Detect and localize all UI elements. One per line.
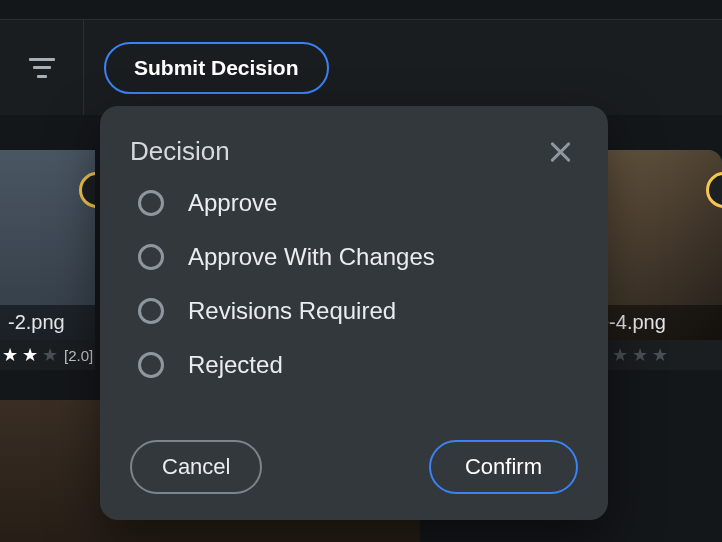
radio-icon — [138, 190, 164, 216]
submit-decision-button[interactable]: Submit Decision — [104, 42, 329, 94]
confirm-button[interactable]: Confirm — [429, 440, 578, 494]
star-icon: ★ — [632, 344, 648, 366]
star-icon: ★ — [652, 344, 668, 366]
rating-score: [2.0] — [64, 347, 93, 364]
option-revisions-required[interactable]: Revisions Required — [138, 297, 578, 325]
decision-modal: Decision Approve Approve With Changes Re… — [100, 106, 608, 520]
star-icon: ★ — [22, 344, 38, 366]
decision-options: Approve Approve With Changes Revisions R… — [138, 189, 578, 379]
top-strip — [0, 0, 722, 20]
modal-header: Decision — [130, 136, 578, 167]
close-icon[interactable] — [546, 138, 574, 166]
option-label: Approve With Changes — [188, 243, 435, 271]
option-label: Revisions Required — [188, 297, 396, 325]
thumbnail-filename: -2.png — [0, 305, 95, 340]
rating-row[interactable]: ★ ★ ★ [2.0] — [0, 340, 95, 370]
option-approve[interactable]: Approve — [138, 189, 578, 217]
star-icon: ★ — [42, 344, 58, 366]
option-approve-with-changes[interactable]: Approve With Changes — [138, 243, 578, 271]
thumbnail[interactable]: -2.png ★ ★ ★ [2.0] — [0, 150, 95, 370]
rating-row[interactable]: ★ ★ ★ ★ — [590, 340, 722, 370]
radio-icon — [138, 298, 164, 324]
option-rejected[interactable]: Rejected — [138, 351, 578, 379]
filter-icon — [29, 58, 55, 78]
thumbnail-filename: e-4.png — [590, 305, 722, 340]
modal-footer: Cancel Confirm — [130, 440, 578, 494]
option-label: Approve — [188, 189, 277, 217]
cancel-button[interactable]: Cancel — [130, 440, 262, 494]
filter-button[interactable] — [0, 20, 84, 115]
modal-title: Decision — [130, 136, 230, 167]
thumbnail[interactable]: e-4.png ★ ★ ★ ★ — [590, 150, 722, 370]
toolbar: Submit Decision — [0, 20, 722, 115]
radio-icon — [138, 352, 164, 378]
star-icon: ★ — [612, 344, 628, 366]
option-label: Rejected — [188, 351, 283, 379]
star-icon: ★ — [2, 344, 18, 366]
radio-icon — [138, 244, 164, 270]
